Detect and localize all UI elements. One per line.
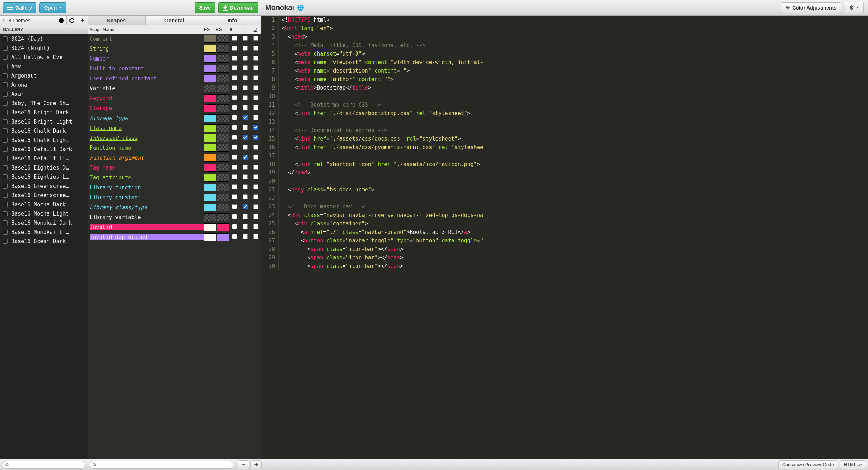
checkbox-icon[interactable]: [3, 193, 8, 198]
fg-swatch[interactable]: [204, 94, 216, 102]
italic-checkbox[interactable]: [243, 125, 248, 130]
bold-checkbox[interactable]: [232, 204, 237, 209]
checkbox-icon[interactable]: [3, 73, 8, 78]
bg-swatch[interactable]: [217, 154, 229, 162]
checkbox-icon[interactable]: [3, 55, 8, 60]
fg-swatch[interactable]: [204, 204, 216, 211]
italic-checkbox[interactable]: [243, 115, 248, 120]
checkbox-icon[interactable]: [3, 156, 8, 161]
dark-filter-button[interactable]: [56, 16, 66, 25]
bg-swatch[interactable]: [217, 35, 229, 43]
bg-swatch[interactable]: [217, 124, 229, 132]
fg-swatch[interactable]: [204, 154, 216, 162]
checkbox-icon[interactable]: [3, 101, 8, 106]
gallery-item[interactable]: Axar: [0, 90, 88, 99]
italic-checkbox[interactable]: [243, 75, 248, 80]
scope-row[interactable]: User-defined constant: [88, 74, 261, 84]
bold-checkbox[interactable]: [232, 174, 237, 179]
bg-swatch[interactable]: [217, 134, 229, 142]
fg-swatch[interactable]: [204, 124, 216, 132]
checkbox-icon[interactable]: [3, 128, 8, 133]
checkbox-icon[interactable]: [3, 46, 8, 51]
italic-checkbox[interactable]: [243, 56, 248, 61]
checkbox-icon[interactable]: [3, 138, 8, 143]
bg-swatch[interactable]: [217, 65, 229, 73]
bg-swatch[interactable]: [217, 55, 229, 63]
bold-checkbox[interactable]: [232, 125, 237, 130]
fg-swatch[interactable]: [204, 45, 216, 53]
language-select[interactable]: HTML ▴▾: [840, 460, 866, 469]
gallery-item[interactable]: Base16 Mocha Dark: [0, 200, 88, 209]
scope-row[interactable]: Comment: [88, 34, 261, 44]
underline-checkbox[interactable]: [253, 224, 258, 229]
scope-row[interactable]: Inherited class: [88, 133, 261, 143]
underline-checkbox[interactable]: [253, 75, 258, 80]
bold-checkbox[interactable]: [232, 65, 237, 70]
fg-swatch[interactable]: [204, 184, 216, 191]
gallery-item[interactable]: Base16 Mocha Light: [0, 209, 88, 218]
bg-swatch[interactable]: [217, 75, 229, 82]
bold-checkbox[interactable]: [232, 105, 237, 110]
scope-row[interactable]: Invalid deprecated: [88, 232, 261, 242]
bg-swatch[interactable]: [217, 223, 229, 231]
bg-swatch[interactable]: [217, 184, 229, 191]
underline-checkbox[interactable]: [253, 46, 258, 51]
italic-checkbox[interactable]: [243, 234, 248, 239]
italic-checkbox[interactable]: [243, 95, 248, 100]
checkbox-icon[interactable]: [3, 239, 8, 244]
checkbox-icon[interactable]: [3, 82, 8, 87]
gallery-item[interactable]: Base16 Bright Light: [0, 117, 88, 126]
italic-checkbox[interactable]: [243, 135, 248, 140]
scope-row[interactable]: Function argument: [88, 153, 261, 163]
scope-row[interactable]: Tag attribute: [88, 173, 261, 183]
fg-swatch[interactable]: [204, 194, 216, 201]
scope-row[interactable]: Built-in constant: [88, 64, 261, 74]
bold-checkbox[interactable]: [232, 145, 237, 150]
gallery-item[interactable]: Base16 Greenscree…: [0, 191, 88, 200]
checkbox-icon[interactable]: [3, 92, 8, 97]
underline-checkbox[interactable]: [253, 85, 258, 90]
underline-checkbox[interactable]: [253, 165, 258, 170]
gallery-item[interactable]: Base16 Default Li…: [0, 154, 88, 163]
bg-swatch[interactable]: [217, 104, 229, 112]
fg-swatch[interactable]: [204, 35, 216, 43]
color-adjustments-button[interactable]: ☀ Color Adjustments: [781, 2, 841, 13]
gallery-item[interactable]: Amy: [0, 62, 88, 71]
bold-checkbox[interactable]: [232, 165, 237, 170]
scope-row[interactable]: Library constant: [88, 193, 261, 202]
gallery-item[interactable]: Base16 Monokai Dark: [0, 218, 88, 228]
italic-checkbox[interactable]: [243, 165, 248, 170]
fg-swatch[interactable]: [204, 85, 216, 92]
gallery-item[interactable]: Base16 Eighties L…: [0, 172, 88, 182]
underline-checkbox[interactable]: [253, 204, 258, 209]
bg-swatch[interactable]: [217, 144, 229, 152]
underline-checkbox[interactable]: [253, 214, 258, 219]
fg-swatch[interactable]: [204, 223, 216, 231]
italic-checkbox[interactable]: [243, 85, 248, 90]
gallery-search-input[interactable]: [2, 461, 85, 469]
checkbox-icon[interactable]: [3, 230, 8, 235]
fg-swatch[interactable]: [204, 55, 216, 63]
gallery-button[interactable]: Gallery: [3, 2, 36, 13]
fg-swatch[interactable]: [204, 134, 216, 142]
tab-scopes[interactable]: Scopes: [88, 16, 146, 25]
fg-swatch[interactable]: [204, 114, 216, 122]
checkbox-icon[interactable]: [3, 184, 8, 189]
add-theme-button[interactable]: +: [77, 16, 88, 25]
gallery-item[interactable]: Arona: [0, 80, 88, 90]
gallery-item[interactable]: Base16 Monokai Li…: [0, 228, 88, 237]
italic-checkbox[interactable]: [243, 46, 248, 51]
scope-row[interactable]: Tag name: [88, 163, 261, 173]
underline-checkbox[interactable]: [253, 125, 258, 130]
checkbox-icon[interactable]: [3, 174, 8, 179]
code-editor[interactable]: 1<!DOCTYPE html>2<html lang="en">3 <head…: [261, 16, 868, 459]
fg-swatch[interactable]: [204, 104, 216, 112]
bold-checkbox[interactable]: [232, 214, 237, 219]
italic-checkbox[interactable]: [243, 65, 248, 70]
checkbox-icon[interactable]: [3, 110, 8, 115]
italic-checkbox[interactable]: [243, 155, 248, 160]
bg-swatch[interactable]: [217, 194, 229, 201]
gallery-item[interactable]: All Hallow's Eve: [0, 53, 88, 62]
italic-checkbox[interactable]: [243, 214, 248, 219]
gallery-item[interactable]: Base16 Chalk Light: [0, 136, 88, 145]
